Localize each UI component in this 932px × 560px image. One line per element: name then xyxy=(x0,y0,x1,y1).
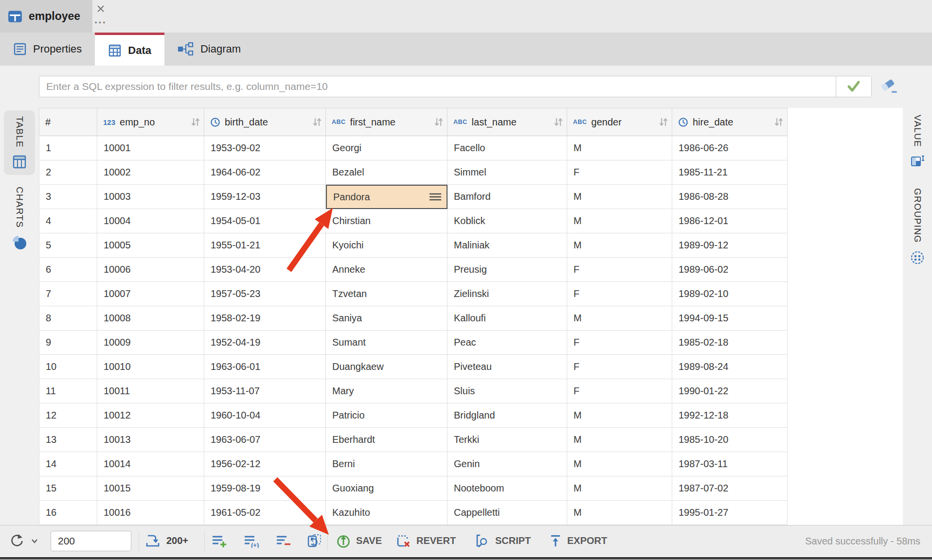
grid-cell[interactable]: F xyxy=(567,258,672,282)
delete-row-button[interactable] xyxy=(275,534,292,548)
grid-cell[interactable]: Facello xyxy=(448,136,567,160)
grid-cell[interactable]: 1959-08-19 xyxy=(204,476,326,501)
grid-cell[interactable]: 1961-05-02 xyxy=(204,501,326,525)
grid-cell[interactable]: 10004 xyxy=(97,209,204,233)
column-header-last_name[interactable]: ABClast_name xyxy=(448,108,567,136)
grid-cell[interactable]: 1953-04-20 xyxy=(204,258,326,282)
grid-cell[interactable]: 1987-03-11 xyxy=(672,452,788,476)
grid-cell[interactable]: 1964-06-02 xyxy=(204,160,326,185)
tab-diagram[interactable]: Diagram xyxy=(164,33,254,66)
duplicate-row-button[interactable]: (+) xyxy=(243,534,261,548)
grid-cell[interactable]: Nooteboom xyxy=(448,476,567,501)
row-number-cell[interactable]: 11 xyxy=(39,379,97,403)
row-number-cell[interactable]: 4 xyxy=(39,209,97,233)
grid-cell[interactable]: Eberhardt xyxy=(326,428,448,452)
grid-cell[interactable]: M xyxy=(567,403,672,428)
grid-cell[interactable]: F xyxy=(567,282,672,306)
grid-cell[interactable]: 1995-01-27 xyxy=(672,501,788,525)
grid-cell[interactable]: F xyxy=(567,355,672,379)
grid-cell[interactable]: Maliniak xyxy=(448,233,567,258)
grid-cell[interactable]: 1963-06-01 xyxy=(204,355,326,379)
grid-cell[interactable]: 1954-05-01 xyxy=(204,209,326,233)
grid-cell[interactable]: Sluis xyxy=(448,379,567,403)
grid-cell[interactable]: 10006 xyxy=(97,258,204,282)
grid-cell[interactable]: 1985-11-21 xyxy=(672,160,788,185)
grid-cell[interactable]: Sumant xyxy=(326,331,448,355)
grid-cell[interactable]: 10001 xyxy=(97,136,204,160)
grid-cell[interactable]: 1956-02-12 xyxy=(204,452,326,476)
grid-cell[interactable]: Duangkaew xyxy=(326,355,448,379)
fetch-more-button[interactable]: 200+ xyxy=(145,534,188,548)
grid-cell[interactable]: 10014 xyxy=(97,452,204,476)
sort-icon[interactable] xyxy=(191,117,200,127)
grid-cell[interactable]: Berni xyxy=(326,452,448,476)
grid-cell[interactable]: Simmel xyxy=(448,160,567,185)
row-number-cell[interactable]: 6 xyxy=(39,258,97,282)
grid-cell[interactable]: 10012 xyxy=(97,403,204,428)
grid-cell[interactable]: Genin xyxy=(448,452,567,476)
grid-cell[interactable]: 10007 xyxy=(97,282,204,306)
apply-filter-button[interactable] xyxy=(836,76,871,97)
grid-cell[interactable]: 1992-12-18 xyxy=(672,403,788,428)
grid-cell[interactable]: Kazuhito xyxy=(326,501,448,525)
sql-filter-input[interactable] xyxy=(39,76,836,97)
tab-properties[interactable]: Properties xyxy=(0,33,95,66)
grid-cell[interactable]: Kyoichi xyxy=(326,233,448,258)
script-button[interactable]: SCRIPT xyxy=(474,534,531,548)
grid-cell[interactable]: 10011 xyxy=(97,379,204,403)
panel-tab-value[interactable]: VALUE xyxy=(910,109,925,175)
grid-cell[interactable]: Zielinski xyxy=(448,282,567,306)
grid-cell[interactable]: 1952-04-19 xyxy=(204,331,326,355)
grid-cell[interactable]: M xyxy=(567,185,672,209)
column-header-first_name[interactable]: ABCfirst_name xyxy=(326,108,448,136)
grid-cell[interactable]: Guoxiang xyxy=(326,476,448,501)
tab-overflow-icon[interactable]: ··· xyxy=(94,18,107,28)
grid-cell[interactable]: Bezalel xyxy=(326,160,448,185)
grid-cell[interactable]: 10002 xyxy=(97,160,204,185)
grid-cell[interactable]: Patricio xyxy=(326,403,448,428)
grid-cell[interactable]: M xyxy=(567,501,672,525)
grid-cell[interactable]: M xyxy=(567,209,672,233)
panel-tab-charts[interactable]: CHARTS xyxy=(12,181,27,256)
grid-cell[interactable]: Anneke xyxy=(326,258,448,282)
grid-cell[interactable]: 1986-08-28 xyxy=(672,185,788,209)
grid-cell[interactable]: 10003 xyxy=(97,185,204,209)
grid-cell[interactable]: Saniya xyxy=(326,306,448,331)
grid-cell[interactable]: 10005 xyxy=(97,233,204,258)
row-number-cell[interactable]: 9 xyxy=(39,331,97,355)
grid-cell[interactable]: 1986-06-26 xyxy=(672,136,788,160)
grid-cell[interactable]: Bridgland xyxy=(448,403,567,428)
grid-cell[interactable]: Preusig xyxy=(448,258,567,282)
grid-cell[interactable]: F xyxy=(567,160,672,185)
grid-cell[interactable]: 1985-10-20 xyxy=(672,428,788,452)
grid-cell[interactable]: 10015 xyxy=(97,476,204,501)
grid-cell[interactable]: 1955-01-21 xyxy=(204,233,326,258)
tab-data[interactable]: Data xyxy=(95,33,164,66)
grid-cell[interactable]: Kalloufi xyxy=(448,306,567,331)
grid-cell[interactable]: M xyxy=(567,428,672,452)
selected-cell[interactable]: Pandora xyxy=(326,185,448,209)
refresh-button[interactable] xyxy=(9,533,38,549)
grid-cell[interactable]: Koblick xyxy=(448,209,567,233)
grid-cell[interactable]: 10016 xyxy=(97,501,204,525)
fetch-size-input[interactable] xyxy=(51,531,131,551)
grid-cell[interactable]: 1953-11-07 xyxy=(204,379,326,403)
grid-cell[interactable]: 1989-02-10 xyxy=(672,282,788,306)
row-number-cell[interactable]: 1 xyxy=(39,136,97,160)
row-number-cell[interactable]: 3 xyxy=(39,185,97,209)
column-header-gender[interactable]: ABCgender xyxy=(567,108,672,136)
grid-cell[interactable]: 10009 xyxy=(97,331,204,355)
panel-tab-table[interactable]: TABLE xyxy=(4,110,35,175)
grid-cell[interactable]: Chirstian xyxy=(326,209,448,233)
grid-cell[interactable]: 1989-06-02 xyxy=(672,258,788,282)
revert-button[interactable]: REVERT xyxy=(396,534,456,548)
grid-cell[interactable]: 1994-09-15 xyxy=(672,306,788,331)
grid-cell[interactable]: Georgi xyxy=(326,136,448,160)
grid-cell[interactable]: Tzvetan xyxy=(326,282,448,306)
grid-cell[interactable]: M xyxy=(567,306,672,331)
grid-cell[interactable]: Peac xyxy=(448,331,567,355)
grid-cell[interactable]: 1985-02-18 xyxy=(672,331,788,355)
grid-cell[interactable]: 1953-09-02 xyxy=(204,136,326,160)
grid-cell[interactable]: M xyxy=(567,452,672,476)
row-number-cell[interactable]: 12 xyxy=(39,403,97,428)
